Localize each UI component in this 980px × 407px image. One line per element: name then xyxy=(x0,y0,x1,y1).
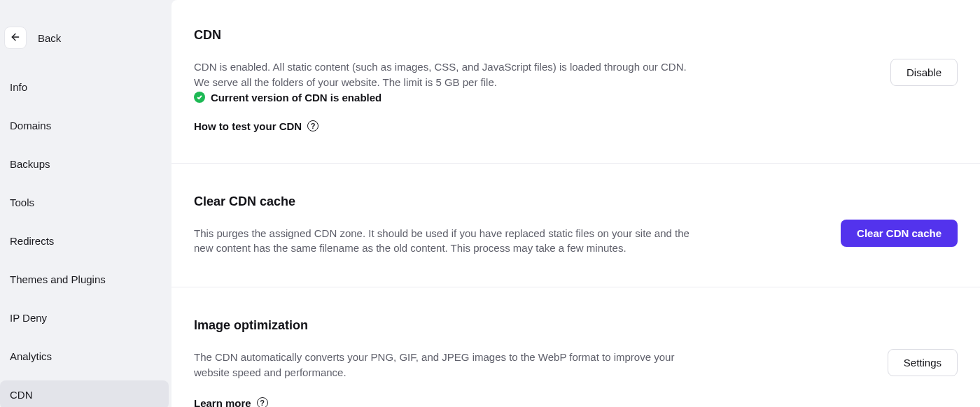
sidebar-item-domains[interactable]: Domains xyxy=(0,111,169,140)
cdn-status-text: Current version of CDN is enabled xyxy=(211,92,382,103)
section-clear-cache: Clear CDN cache This purges the assigned… xyxy=(172,164,980,288)
clear-cache-desc: This purges the assigned CDN zone. It sh… xyxy=(194,226,698,257)
image-opt-learn-more-link[interactable]: Learn more ? xyxy=(194,397,698,408)
image-opt-title: Image optimization xyxy=(194,318,698,333)
sidebar-item-ip-deny[interactable]: IP Deny xyxy=(0,304,169,332)
clear-cdn-cache-button[interactable]: Clear CDN cache xyxy=(841,220,958,247)
section-cdn: CDN CDN is enabled. All static content (… xyxy=(172,28,980,164)
image-opt-settings-button[interactable]: Settings xyxy=(888,349,958,376)
sidebar-nav: Info Domains Backups Tools Redirects The… xyxy=(0,69,172,407)
cdn-test-link[interactable]: How to test your CDN ? xyxy=(194,120,687,132)
back-row: Back xyxy=(0,27,172,69)
cdn-desc-line2: We serve all the folders of your website… xyxy=(194,75,687,90)
cdn-status-row: Current version of CDN is enabled xyxy=(194,92,687,103)
clear-cache-title: Clear CDN cache xyxy=(194,194,698,209)
cdn-desc-line1: CDN is enabled. All static content (such… xyxy=(194,59,687,75)
sidebar-item-tools[interactable]: Tools xyxy=(0,188,169,217)
back-button[interactable] xyxy=(4,27,27,49)
sidebar-item-themes-and-plugins[interactable]: Themes and Plugins xyxy=(0,265,169,294)
cdn-test-link-text: How to test your CDN xyxy=(194,120,302,132)
sidebar-item-backups[interactable]: Backups xyxy=(0,150,169,178)
sidebar-item-redirects[interactable]: Redirects xyxy=(0,227,169,255)
image-opt-learn-more-text: Learn more xyxy=(194,397,251,408)
cdn-title: CDN xyxy=(194,28,687,43)
sidebar: Back Info Domains Backups Tools Redirect… xyxy=(0,0,172,407)
back-label: Back xyxy=(38,32,61,44)
sidebar-item-cdn[interactable]: CDN xyxy=(0,380,169,407)
section-image-optimization: Image optimization The CDN automatically… xyxy=(172,287,980,407)
help-icon: ? xyxy=(257,397,268,407)
sidebar-item-info[interactable]: Info xyxy=(0,73,169,101)
main-content: CDN CDN is enabled. All static content (… xyxy=(172,0,980,407)
sidebar-item-analytics[interactable]: Analytics xyxy=(0,342,169,371)
arrow-left-icon xyxy=(10,31,21,45)
app-root: Back Info Domains Backups Tools Redirect… xyxy=(0,0,980,407)
help-icon: ? xyxy=(307,120,318,131)
disable-cdn-button[interactable]: Disable xyxy=(890,59,958,86)
check-circle-icon xyxy=(194,92,205,103)
image-opt-desc: The CDN automatically converts your PNG,… xyxy=(194,350,698,380)
